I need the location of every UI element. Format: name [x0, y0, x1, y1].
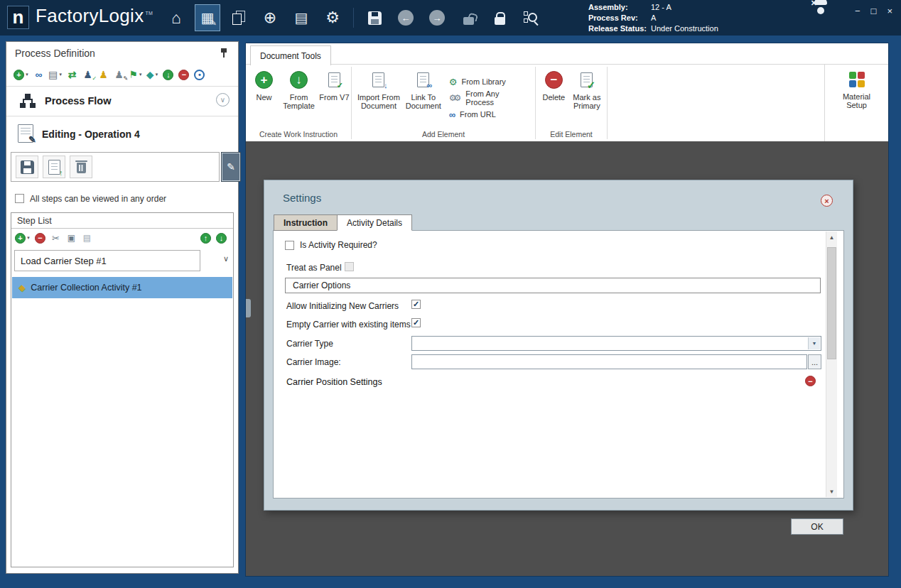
maximize-button[interactable]: □	[871, 6, 877, 16]
link-to-document-button[interactable]: ∞ Link To Document	[402, 67, 445, 129]
editing-operation-label: Editing - Operation 4	[42, 129, 140, 140]
demote-button[interactable]: ↓	[162, 67, 174, 82]
splitter-handle[interactable]	[246, 299, 251, 317]
divider	[6, 86, 238, 87]
trash-icon	[77, 163, 86, 173]
back-button[interactable]: ←	[393, 4, 419, 31]
edit-mode-toggle[interactable]: ✎	[221, 152, 241, 182]
add-process-button[interactable]: +▼	[14, 67, 29, 82]
save-operation-button[interactable]	[16, 156, 38, 178]
from-v7-button[interactable]: ✓ From V7	[319, 67, 350, 129]
step-selector[interactable]: Load Carrier Step #1	[14, 250, 200, 271]
release-button[interactable]: ⚑▼	[129, 67, 143, 82]
close-x-icon: ✕	[811, 0, 817, 8]
scroll-down-button[interactable]: ▼	[826, 486, 837, 497]
sync-button[interactable]: ⇄	[66, 67, 78, 82]
from-template-label: From Template	[279, 93, 319, 110]
remove-button[interactable]: −	[178, 67, 190, 82]
activity-details-panel: Is Activity Required? Treat as Panel Car…	[273, 230, 844, 499]
approve-user-button[interactable]: ♟✓	[82, 67, 94, 82]
import-operation-button[interactable]: ↑	[43, 156, 65, 178]
tab-document-tools[interactable]: Document Tools	[250, 45, 331, 65]
dialog-close-button[interactable]: ×	[821, 195, 833, 207]
chevron-down-icon[interactable]: ∨	[223, 254, 229, 263]
forward-button[interactable]: →	[424, 4, 450, 31]
reports-button[interactable]: ▤	[288, 4, 314, 31]
move-step-down-button[interactable]: ↓	[215, 231, 227, 245]
copy-button[interactable]: ▣	[65, 231, 77, 245]
from-library-button[interactable]: ⚙ From Library	[449, 75, 529, 89]
lock-button[interactable]	[487, 4, 512, 31]
cut-button[interactable]: ✂	[50, 231, 62, 245]
assign-user-button[interactable]: ♟	[97, 67, 109, 82]
options-button[interactable]: ◆▼	[146, 67, 159, 82]
remove-position-button[interactable]: −	[805, 376, 816, 386]
dispatch-button[interactable]: ⊕	[257, 4, 283, 31]
link-button[interactable]: ∞	[33, 67, 45, 82]
allow-initializing-checkbox[interactable]	[411, 300, 421, 309]
process-toolbar: +▼ ∞ ▤▼ ⇄ ♟✓ ♟ ♟✎ ⚑▼ ◆▼ ↓ − •	[14, 65, 205, 85]
delete-button[interactable]: − Delete	[539, 67, 568, 129]
create-work-instruction-group: + New ↓ From Template ✓ From V7 Create W…	[246, 65, 351, 141]
move-step-up-button[interactable]: ↑	[200, 231, 212, 245]
mark-as-primary-button[interactable]: ✓ Mark as Primary	[568, 67, 605, 129]
from-any-process-button[interactable]: ⚙⚙ From Any Process	[449, 92, 529, 105]
paste-button[interactable]: ▤	[81, 231, 93, 245]
documents-button[interactable]	[226, 4, 252, 31]
from-url-label: From URL	[460, 110, 496, 119]
collapse-section-button[interactable]: ∨	[216, 93, 230, 107]
down-arrow-icon: ↓	[384, 81, 388, 89]
delete-label: Delete	[542, 93, 565, 102]
add-step-button[interactable]: +▼	[15, 231, 31, 245]
ok-button[interactable]: OK	[791, 518, 843, 535]
titlebar-toolbar: ⌂ ▦✎ ⊕ ▤ ⚙ ← →	[161, 4, 546, 32]
edit-element-group: − Delete ✓ Mark as Primary Edit Element	[536, 65, 607, 141]
carrier-type-select[interactable]: ▼	[411, 336, 821, 351]
import-from-document-button[interactable]: ↓ Import From Document	[355, 67, 402, 129]
tab-activity-details[interactable]: Activity Details	[337, 214, 412, 231]
ribbon-tabstrip	[246, 43, 888, 65]
forward-icon: →	[429, 10, 445, 26]
minimize-button[interactable]: −	[855, 6, 860, 16]
unlock-button[interactable]	[455, 4, 481, 31]
from-url-button[interactable]: ∞ From URL	[449, 108, 529, 121]
settings-button[interactable]: ⚙	[320, 4, 345, 31]
assembly-info: Assembly:12 - A Process Rev:A Release St…	[588, 2, 718, 34]
scroll-up-button[interactable]: ▲	[826, 232, 837, 243]
titlebar: n FactoryLogixTM ⌂ ▦✎ ⊕ ▤ ⚙ ← → Assembly…	[0, 0, 901, 36]
scrollbar[interactable]: ▲ ▼	[826, 232, 837, 497]
print-button[interactable]: ▤▼	[48, 67, 63, 82]
save-button[interactable]	[362, 4, 387, 31]
unlock-icon	[463, 17, 474, 25]
new-button[interactable]: + New	[249, 67, 279, 129]
group-label: Create Work Instruction	[246, 129, 351, 141]
document-canvas: Settings × Instruction Activity Details …	[246, 141, 888, 576]
close-button[interactable]: ×	[887, 6, 892, 16]
home-button[interactable]: ⌂	[163, 4, 189, 31]
carrier-image-input[interactable]	[411, 354, 807, 369]
sign-out-button[interactable]: ✕	[811, 6, 837, 28]
library-gear-icon: ⚙	[449, 77, 458, 87]
delete-operation-button[interactable]	[70, 156, 92, 178]
is-activity-required-checkbox[interactable]	[285, 241, 294, 250]
from-any-process-label: From Any Process	[465, 89, 529, 107]
process-audit-button[interactable]	[518, 4, 544, 31]
search-flow-icon	[523, 10, 539, 26]
info-button[interactable]: •	[193, 67, 205, 82]
view-order-checkbox[interactable]	[15, 194, 24, 203]
edit-user-button[interactable]: ♟✎	[113, 67, 125, 82]
chevron-down-icon[interactable]: ▼	[808, 337, 820, 349]
step-list-item-selected[interactable]: ◆ Carrier Collection Activity #1	[12, 277, 232, 298]
from-template-button[interactable]: ↓ From Template	[279, 67, 319, 129]
process-definition-button[interactable]: ▦✎	[195, 4, 220, 31]
pin-icon[interactable]	[220, 48, 228, 58]
plus-icon: +	[15, 233, 26, 244]
editing-operation-icon: ✎	[18, 124, 33, 143]
empty-carrier-checkbox[interactable]	[411, 318, 421, 327]
remove-step-button[interactable]: −	[34, 231, 46, 245]
tab-instruction[interactable]: Instruction	[274, 214, 337, 231]
release-status-value: Under Construction	[651, 23, 718, 34]
material-setup-button[interactable]: Material Setup	[824, 65, 888, 141]
scroll-thumb[interactable]	[827, 247, 836, 359]
browse-button[interactable]: ...	[808, 354, 821, 369]
